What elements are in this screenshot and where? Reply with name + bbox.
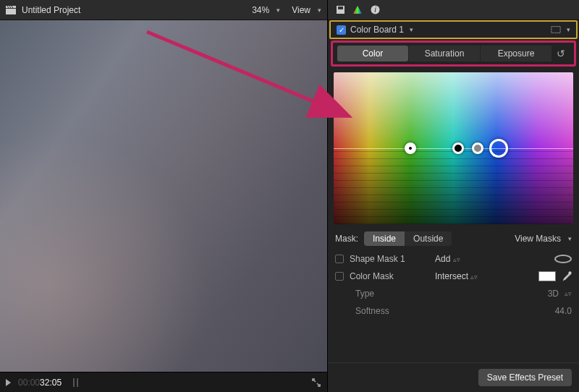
row-softness: Softness 44.0 [328,302,579,320]
tab-exposure[interactable]: Exposure [481,46,551,61]
row-color-mask[interactable]: Color Mask Intersect ▵▿ [328,268,579,285]
mask-mode-segment: Inside Outside [364,231,452,246]
video-viewer[interactable] [0,20,327,372]
row-shape-mask[interactable]: Shape Mask 1 Add ▵▿ [328,250,579,268]
chevron-down-icon: ▾ [318,7,321,14]
color-mask-mode[interactable]: Intersect ▵▿ [435,271,493,281]
reset-button[interactable]: ↺ [552,48,570,59]
view-menu[interactable]: View [292,5,310,15]
chevron-down-icon: ▾ [276,7,280,14]
softness-value[interactable]: 44.0 [555,306,572,316]
eyedropper-icon[interactable] [562,271,572,281]
color-swatch[interactable] [538,271,556,281]
color-puck-midtones[interactable] [472,142,483,154]
chevron-down-icon: ▾ [410,26,413,33]
clapper-icon [6,5,16,15]
softness-label: Softness [355,306,435,316]
color-puck-highlights[interactable] [405,142,416,154]
mask-label: Mask: [335,234,358,244]
color-icon[interactable] [352,5,363,15]
tab-color[interactable]: Color [337,46,408,61]
color-puck-global[interactable] [489,139,508,158]
mask-outside[interactable]: Outside [405,231,452,246]
inspector-top-bar: i [328,0,579,20]
mask-icon[interactable] [551,25,561,35]
svg-point-13 [569,272,571,274]
svg-marker-7 [353,6,362,14]
viewer-top-bar: Untitled Project 34%▾ View▾ [0,0,327,20]
type-label: Type [355,289,435,299]
project-title: Untitled Project [22,5,80,15]
fullscreen-icon[interactable] [311,378,321,388]
svg-rect-6 [338,7,343,9]
chevron-down-icon[interactable]: ▾ [567,26,570,33]
type-value[interactable]: 3D [548,289,559,299]
effect-name[interactable]: Color Board 1 [350,25,404,35]
play-icon[interactable] [6,379,11,386]
color-board[interactable] [334,72,573,224]
svg-rect-0 [6,9,16,14]
save-effects-preset-button[interactable]: Save Effects Preset [478,369,572,386]
mask-list: Shape Mask 1 Add ▵▿ Color Mask Intersect… [328,249,579,321]
playback-bar: 00:0032:05 [0,372,327,392]
chevron-down-icon: ▾ [568,235,572,242]
tab-saturation[interactable]: Saturation [409,46,480,61]
view-masks-menu[interactable]: View Masks [515,234,561,244]
zoom-level[interactable]: 34% [252,5,269,15]
color-board-tabs: Color Saturation Exposure ↺ [337,46,570,61]
row-type: Type 3D ▵▿ [328,285,579,302]
timecode: 00:0032:05 [18,378,62,388]
mask-inside[interactable]: Inside [364,231,405,246]
shape-mask-label: Shape Mask 1 [350,254,429,264]
info-icon[interactable]: i [370,5,380,15]
color-puck-shadows[interactable] [452,142,464,154]
save-icon[interactable] [335,5,345,15]
shape-mask-mode[interactable]: Add ▵▿ [435,254,493,264]
checkbox[interactable] [335,255,344,263]
color-mask-label: Color Mask [350,271,429,281]
checkbox[interactable] [335,272,344,281]
svg-rect-10 [551,27,560,33]
oval-icon [554,255,572,263]
color-board-tabs-highlight: Color Saturation Exposure ↺ [331,41,576,67]
mask-row: Mask: Inside Outside View Masks▾ [328,229,579,249]
stepper-icon[interactable]: ▵▿ [565,290,572,297]
effect-header: ✓ Color Board 1▾ ▾ [329,20,578,39]
inspector-footer: Save Effects Preset [328,362,579,392]
effect-enable-checkbox[interactable]: ✓ [337,25,346,35]
playhead-marks [73,378,78,387]
